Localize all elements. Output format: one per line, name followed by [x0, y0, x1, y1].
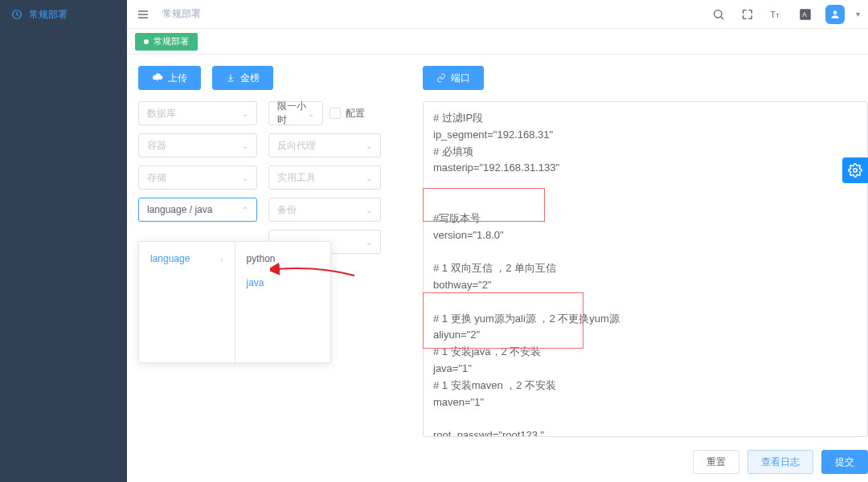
config-checkbox[interactable]: 配置: [330, 107, 365, 120]
chevron-down-icon: ⌄: [242, 109, 248, 118]
language-select[interactable]: language / java⌃: [138, 198, 257, 222]
tab-deploy[interactable]: 常规部署: [135, 33, 198, 51]
upload-button[interactable]: 上传: [138, 66, 201, 90]
proxy-select[interactable]: 反向代理⌄: [268, 133, 381, 157]
topbar-actions: TT A ▾: [710, 5, 860, 24]
config-textarea[interactable]: [423, 101, 868, 437]
svg-line-5: [721, 17, 723, 19]
sidebar: 常规部署: [0, 0, 127, 482]
chevron-right-icon: ›: [220, 255, 223, 263]
cascader-dropdown: language› python java: [138, 241, 331, 363]
download-icon: [226, 73, 235, 83]
form-footer: 重置 查看日志 提交: [423, 450, 868, 474]
sidebar-item-deploy[interactable]: 常规部署: [0, 0, 127, 29]
filter-panel: 数据库⌄ 容器⌄ 存储⌄ language / java⌃ 限一小时⌄ 配置 反…: [138, 101, 411, 254]
hamburger-icon[interactable]: [135, 6, 151, 22]
avatar[interactable]: [825, 5, 845, 24]
svg-point-4: [714, 10, 722, 17]
reset-button[interactable]: 重置: [693, 450, 739, 474]
chevron-down-icon: ⌄: [308, 109, 314, 118]
cascader-item-python[interactable]: python: [235, 247, 331, 271]
cascader-item-java[interactable]: java: [235, 271, 331, 295]
svg-text:A: A: [802, 11, 807, 18]
sidebar-item-label: 常规部署: [29, 8, 68, 22]
chevron-down-icon: ⌄: [366, 174, 372, 182]
chevron-up-icon: ⌃: [242, 206, 248, 214]
chevron-down-icon[interactable]: ▾: [856, 10, 860, 18]
dashboard-icon: [11, 9, 23, 20]
cascader-col-2: python java: [235, 242, 331, 362]
port-button[interactable]: 端口: [423, 66, 484, 90]
tab-active-dot: [144, 39, 149, 44]
svg-text:T: T: [776, 11, 780, 18]
chevron-down-icon: ⌄: [242, 174, 248, 182]
chevron-down-icon: ⌄: [366, 238, 372, 247]
container-select[interactable]: 容器⌄: [138, 133, 257, 157]
search-icon[interactable]: [710, 6, 727, 23]
svg-text:T: T: [771, 9, 776, 18]
cascader-item-language[interactable]: language›: [139, 247, 235, 271]
tab-label: 常规部署: [154, 35, 189, 47]
chevron-down-icon: ⌄: [366, 206, 372, 214]
gear-icon: [848, 163, 862, 178]
svg-point-10: [833, 10, 837, 14]
backup-select[interactable]: 备份⌄: [268, 198, 381, 222]
viewlog-button[interactable]: 查看日志: [747, 450, 813, 474]
breadcrumb: 常规部署: [162, 7, 201, 21]
config-editor-wrap: [423, 101, 868, 437]
submit-button[interactable]: 提交: [821, 450, 868, 474]
translate-icon[interactable]: A: [796, 6, 814, 23]
chevron-down-icon: ⌄: [242, 141, 248, 150]
jinbang-button[interactable]: 金榜: [212, 66, 273, 90]
main-content: 上传 金榜 端口 数据库⌄ 容器⌄ 存储⌄ language / java⌃: [127, 55, 868, 482]
storage-select[interactable]: 存储⌄: [138, 165, 257, 190]
cloud-upload-icon: [152, 72, 163, 84]
toolbar: 上传 金榜 端口: [138, 66, 857, 90]
topbar: 常规部署 TT A ▾: [127, 0, 868, 29]
settings-fab[interactable]: [842, 157, 868, 183]
chevron-down-icon: ⌄: [366, 141, 372, 150]
tabs-row: 常规部署: [127, 29, 868, 55]
database-select[interactable]: 数据库⌄: [138, 101, 257, 125]
text-size-icon[interactable]: TT: [768, 6, 785, 23]
cascader-col-1: language›: [139, 242, 235, 362]
svg-point-14: [854, 169, 858, 173]
link-icon: [436, 73, 446, 83]
util-select[interactable]: 实用工具⌄: [268, 165, 381, 190]
duration-select[interactable]: 限一小时⌄: [268, 101, 323, 125]
fullscreen-icon[interactable]: [739, 6, 756, 23]
